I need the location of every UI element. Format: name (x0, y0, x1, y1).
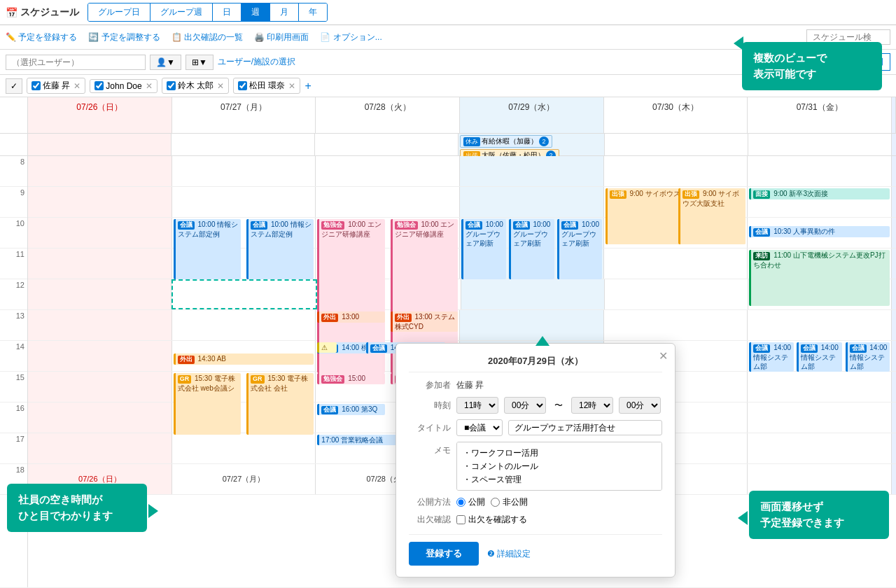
arrow-free-time (148, 504, 158, 518)
event-fri-14-2[interactable]: 会議 14:00 情報システム部 (797, 342, 843, 372)
view-tab-年[interactable]: 年 (299, 4, 327, 21)
app-title: 📅 スケジュール (6, 6, 79, 19)
app-header: 📅 スケジュール グループ日グループ週日週月年 (0, 0, 896, 25)
allday-tue (315, 134, 458, 155)
cell-sun-16 (28, 402, 172, 433)
cell-thu-11 (604, 248, 748, 279)
callout-to-min[interactable]: 00分 (619, 397, 661, 414)
public-radio-input[interactable] (456, 498, 465, 507)
cell-mon-9 (172, 187, 316, 217)
event-fri-14-3[interactable]: 会議 14:00 情報システム部 (846, 342, 890, 372)
callout-title-label: タイトル (409, 422, 451, 434)
callout-public-radio[interactable]: 公開 (456, 496, 485, 508)
toolbar-item[interactable]: ✏️ 予定を登録する (6, 31, 77, 43)
day-header-fri: 07/31（金） (748, 97, 892, 133)
user-grid-btn[interactable]: ⊞▼ (186, 55, 214, 70)
chip-remove-button[interactable]: ✕ (288, 81, 295, 91)
cell-mon-10: 会議 10:00 情報システム部定例 会議 10:00 情報システム部定例 (172, 218, 316, 248)
toolbar-item[interactable]: 🖨️ 印刷用画面 (254, 31, 309, 43)
chip-label: 松田 環奈 (249, 80, 285, 92)
callout-from-min[interactable]: 00分 (504, 397, 546, 414)
view-tab-グループ日[interactable]: グループ日 (88, 4, 150, 21)
event-tue-13-1[interactable]: 外出 13:00 (317, 312, 384, 323)
cell-sun-10 (28, 218, 172, 248)
cell-fri-17 (748, 433, 892, 463)
callout-time-row: 時刻 11時 00分 〜 12時 00分 (409, 397, 662, 414)
callout-title-row: タイトル ■会議 (409, 419, 662, 436)
event-title-mon1430: 14:30 AB (197, 355, 226, 363)
cell-tue-9 (316, 187, 460, 217)
view-tab-週[interactable]: 週 (241, 4, 270, 21)
event-mon-1530-1[interactable]: GR 15:30 電子株式会社 web会議シ (174, 373, 241, 435)
cell-thu-13 (604, 310, 748, 340)
chip-checkbox[interactable] (167, 81, 176, 90)
private-radio-input[interactable] (491, 498, 500, 507)
cell-sun-14 (28, 341, 172, 371)
view-tab-グループ週[interactable]: グループ週 (150, 4, 213, 21)
chip-checkbox[interactable] (238, 81, 247, 90)
event-wed-10-3[interactable]: 会議 10:00 グループウェア刷新 (557, 219, 602, 279)
event-tue-14-warn[interactable]: ⚠ (317, 342, 337, 353)
time-row-10: 会議 10:00 情報システム部定例 会議 10:00 情報システム部定例 勉強… (28, 218, 896, 248)
user-select-label[interactable]: ユーザー/施設の選択 (218, 56, 295, 68)
callout-attendance-label: 出欠確認 (409, 514, 451, 526)
cell-wed-9 (460, 187, 604, 217)
cell-fri-14: 会議 14:00 情報システム部 会議 14:00 情報システム部 会議 14:… (748, 341, 892, 371)
callout-to-hour[interactable]: 12時 (571, 397, 613, 414)
add-user-chip-button[interactable]: + (304, 80, 311, 92)
chip-remove-button[interactable]: ✕ (74, 81, 80, 91)
cell-tue-8 (316, 156, 460, 186)
toolbar-item[interactable]: 📄 オプション... (320, 31, 382, 43)
callout-detail-link[interactable]: ❷ 詳細設定 (487, 548, 531, 560)
cell-mon-18-label: 07/27（月） (172, 464, 316, 494)
callout-close-button[interactable]: ✕ (659, 349, 668, 363)
event-title-tue15-1: 15:00 (348, 374, 365, 382)
event-mon-10-1[interactable]: 会議 10:00 情報システム部定例 (174, 219, 241, 279)
event-tue-15-1[interactable]: 勉強会 15:00 (317, 373, 384, 384)
chip-label: 佐藤 昇 (43, 80, 70, 92)
callout-memo-label: メモ (409, 442, 451, 456)
time-row-8 (28, 156, 896, 187)
toolbar-item[interactable]: 📋 出欠確認の一覧 (172, 31, 243, 43)
view-tab-日[interactable]: 日 (213, 4, 241, 21)
event-mon-1530-2[interactable]: GR 15:30 電子株式会社 会社 (246, 373, 314, 435)
callout-from-hour[interactable]: 11時 (456, 397, 498, 414)
mtg-wed2: 会議 (513, 221, 530, 230)
chip-remove-button[interactable]: ✕ (217, 81, 224, 91)
callout-attendance-checkbox[interactable]: 出欠を確認する (456, 514, 527, 526)
view-tab-月[interactable]: 月 (270, 4, 299, 21)
user-input[interactable] (6, 55, 146, 70)
attendance-checkbox-input[interactable] (456, 515, 465, 524)
chip-checkbox[interactable] (31, 81, 41, 90)
event-tag-recruit: 面接 (753, 190, 770, 199)
allday-sat (892, 134, 896, 155)
chip-remove-button[interactable]: ✕ (146, 81, 153, 91)
event-tue-13-2[interactable]: 外出 13:00 ステム株式CYD (391, 312, 458, 332)
event-thu-9-2[interactable]: 出張 9:00 サイボウズ大阪支社 (678, 188, 746, 244)
day-header-wed: 07/29（水） (460, 97, 604, 133)
callout-register-button[interactable]: 登録する (409, 542, 479, 566)
event-mon-10-2[interactable]: 会議 10:00 情報システム部定例 (246, 219, 314, 279)
event-callout: 2020年07月29日（水） ✕ 参加者 佐藤 昇 時刻 11時 00分 〜 1… (396, 343, 676, 578)
feature-title-multiple-views: 複数のビューで 表示可能です (753, 50, 871, 82)
callout-title-input[interactable] (508, 420, 662, 435)
event-tue-16[interactable]: 会議 16:00 第3Q (317, 404, 384, 415)
event-title-fri1030: 10:30 人事異動の件 (774, 227, 835, 235)
check-all-button[interactable]: ✓ (6, 78, 22, 94)
toolbar-item[interactable]: 🔄 予定を調整する (88, 31, 160, 43)
event-wed-10-1[interactable]: 会議 10:00 グループウェア刷新 (461, 219, 506, 279)
user-icon-btn[interactable]: 👤▼ (150, 55, 181, 70)
chip-checkbox[interactable] (94, 81, 104, 90)
view-tabs: グループ日グループ週日週月年 (88, 3, 328, 22)
event-fri-14-1[interactable]: 会議 14:00 情報システム部 (749, 342, 794, 372)
callout-title-type[interactable]: ■会議 (456, 419, 503, 436)
event-fri-9[interactable]: 面接 9:00 新卒3次面接 (749, 188, 890, 200)
event-fri-1030[interactable]: 会議 10:30 人事異動の件 (749, 226, 890, 237)
event-fri-11[interactable]: 来訪 11:00 山下電機械システム更改PJ打ち合わせ (749, 250, 890, 306)
cell-thu-12 (605, 279, 748, 309)
allday-thu (605, 134, 748, 155)
callout-memo-textarea[interactable]: ・ワークフロー活用 ・コメントのルール ・スペース管理 (456, 442, 662, 491)
callout-private-radio[interactable]: 非公開 (491, 496, 528, 508)
event-mon-1430[interactable]: 外出 14:30 AB (174, 354, 314, 365)
event-wed-10-2[interactable]: 会議 10:00 グループウェア刷新 (509, 219, 555, 279)
